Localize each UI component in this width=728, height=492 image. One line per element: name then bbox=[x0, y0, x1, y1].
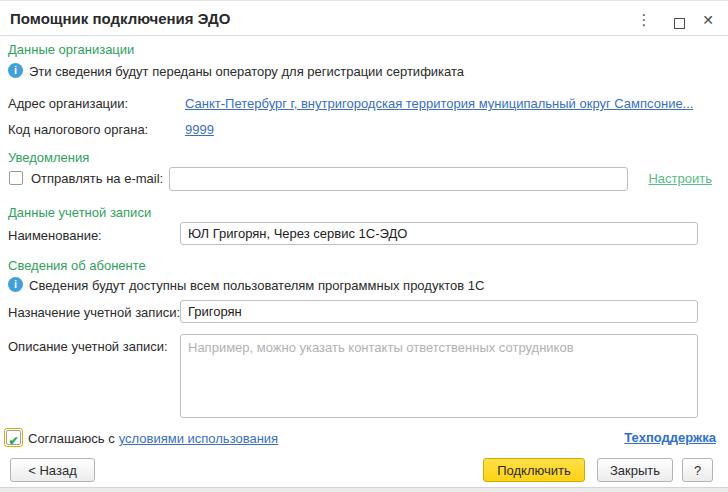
description-label: Описание учетной записи: bbox=[8, 339, 168, 354]
section-header-subscriber: Сведения об абоненте bbox=[8, 258, 146, 273]
info-icon: i bbox=[8, 277, 23, 292]
email-checkbox-label: Отправлять на e-mail: bbox=[31, 171, 163, 186]
section-header-notifications: Уведомления bbox=[8, 150, 89, 165]
edo-assistant-window: Помощник подключения ЭДО ⋮ ✕ Данные орга… bbox=[0, 0, 728, 492]
section-header-org: Данные организации bbox=[8, 42, 134, 57]
description-textarea[interactable] bbox=[180, 334, 698, 418]
tax-code-link[interactable]: 9999 bbox=[185, 122, 214, 137]
configure-link[interactable]: Настроить bbox=[648, 171, 712, 186]
connect-button[interactable]: Подключить bbox=[483, 458, 585, 482]
purpose-input[interactable] bbox=[180, 300, 698, 323]
checkmark-icon: ✔ bbox=[8, 434, 18, 448]
maximize-icon[interactable] bbox=[674, 18, 685, 29]
help-button[interactable]: ? bbox=[682, 458, 713, 482]
account-name-label: Наименование: bbox=[8, 228, 102, 243]
terms-link[interactable]: условиями использования bbox=[119, 431, 278, 446]
tax-code-label: Код налогового органа: bbox=[8, 122, 148, 137]
account-name-input[interactable] bbox=[180, 222, 698, 245]
support-link[interactable]: Техподдержка bbox=[624, 430, 716, 445]
close-button[interactable]: Закрыть bbox=[597, 458, 673, 482]
info-icon: i bbox=[8, 63, 23, 78]
agreement-row: Соглашаюсь с условиями использования bbox=[28, 431, 278, 446]
org-info-text: Эти сведения будут переданы оператору дл… bbox=[29, 64, 464, 79]
window-bottom-edge bbox=[0, 487, 728, 492]
email-checkbox[interactable] bbox=[9, 171, 23, 185]
subscriber-info-text: Сведения будут доступны всем пользовател… bbox=[29, 278, 484, 293]
kebab-menu-icon[interactable]: ⋮ bbox=[636, 11, 652, 29]
org-address-label: Адрес организации: bbox=[8, 96, 128, 111]
close-icon[interactable]: ✕ bbox=[700, 12, 716, 28]
window-title: Помощник подключения ЭДО bbox=[10, 10, 230, 27]
agree-label: Соглашаюсь с bbox=[28, 431, 115, 446]
section-header-account: Данные учетной записи bbox=[8, 205, 151, 220]
email-input[interactable] bbox=[169, 167, 628, 191]
back-button[interactable]: < Назад bbox=[10, 458, 95, 482]
purpose-label: Назначение учетной записи: bbox=[8, 305, 180, 320]
agree-checkbox[interactable]: ✔ bbox=[4, 428, 23, 447]
org-address-link[interactable]: Санкт-Петербург г, внутригородская терри… bbox=[185, 96, 693, 111]
titlebar-divider bbox=[0, 35, 728, 36]
